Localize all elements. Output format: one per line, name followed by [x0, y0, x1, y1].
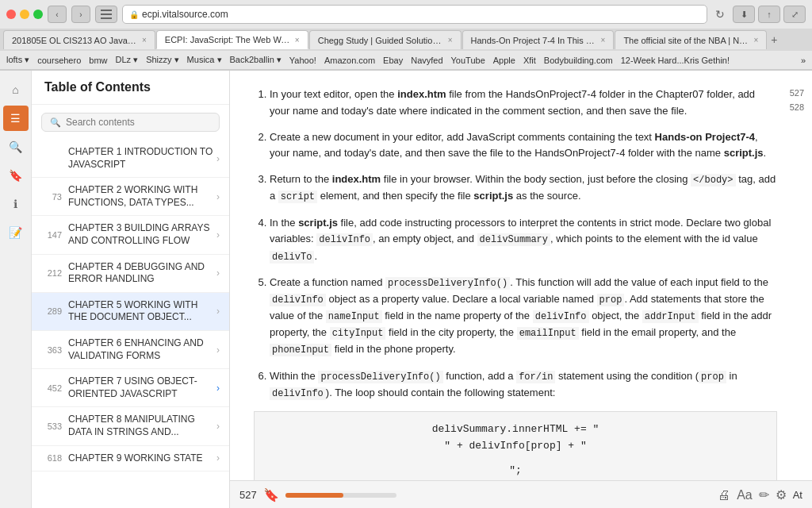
- notes-nav-button[interactable]: 📝: [3, 220, 29, 245]
- bookmark-apple[interactable]: Apple: [493, 56, 515, 65]
- toc-arrow-icon: ›: [216, 421, 220, 432]
- home-nav-button[interactable]: ⌂: [3, 77, 29, 102]
- search-icon: 🔍: [50, 117, 61, 128]
- code-text: processDeliveryInfo(): [385, 277, 510, 290]
- bookmark-musica[interactable]: Musica ▾: [187, 55, 222, 65]
- traffic-lights: [6, 10, 43, 19]
- toc-arrow-icon: ›: [216, 229, 220, 241]
- bookmark-nav-button[interactable]: 🔖: [3, 163, 29, 188]
- toc-page-num: 618: [38, 453, 62, 463]
- toc-chapter-label: CHAPTER 4 DEBUGGING AND ERROR HANDLING: [68, 261, 213, 286]
- toc-nav-button[interactable]: ☰: [3, 106, 29, 131]
- maximize-traffic-light[interactable]: [33, 10, 43, 19]
- bookmark-navyfed[interactable]: Navyfed: [411, 56, 442, 65]
- bold-text: script.js: [473, 190, 513, 202]
- list-item: Within the processDeliveryInfo() functio…: [270, 368, 777, 402]
- toc-chapter-label: CHAPTER 5 WORKING WITH THE DOCUMENT OBJE…: [68, 299, 213, 324]
- tab-4[interactable]: The official site of the NBA | NBA.com ×: [615, 30, 767, 49]
- toc-item[interactable]: 289 CHAPTER 5 WORKING WITH THE DOCUMENT …: [32, 293, 229, 331]
- toc-item[interactable]: CHAPTER 1 INTRODUCTION TO JAVASCRIPT ›: [32, 140, 229, 178]
- bookmark-page-button[interactable]: 🔖: [263, 487, 279, 502]
- content-scroll[interactable]: 527528 In your text editor, open the ind…: [230, 71, 812, 480]
- code-text: prop: [699, 371, 726, 383]
- bookmark-yahoo[interactable]: Yahoo!: [289, 56, 316, 65]
- code-text: script: [278, 190, 317, 203]
- bookmark-xfit[interactable]: Xfit: [523, 56, 536, 65]
- reload-button[interactable]: ↻: [712, 8, 728, 21]
- toc-item[interactable]: 533 CHAPTER 8 MANIPULATING DATA IN STRIN…: [32, 407, 229, 445]
- new-tab-button[interactable]: +: [768, 33, 780, 46]
- toc-item[interactable]: 73 CHAPTER 2 WORKING WITH FUNCTIONS, DAT…: [32, 178, 229, 216]
- content-list: In your text editor, open the index.htm …: [254, 87, 777, 480]
- bookmark-bodybuilding[interactable]: Bodybuilding.com: [544, 56, 613, 65]
- code-text: delivTo: [270, 251, 314, 264]
- bookmarks-bar: lofts ▾ coursehero bmw DLz ▾ Shizzy ▾ Mu…: [0, 51, 812, 70]
- search-box[interactable]: 🔍: [41, 113, 220, 132]
- at-label: At: [793, 489, 802, 501]
- code-text: delivInfo: [270, 387, 326, 400]
- toc-item[interactable]: 147 CHAPTER 3 BUILDING ARRAYS AND CONTRO…: [32, 216, 229, 254]
- bold-text: index.htm: [397, 88, 446, 100]
- progress-bar-fill: [285, 493, 343, 498]
- toc-item[interactable]: 212 CHAPTER 4 DEBUGGING AND ERROR HANDLI…: [32, 255, 229, 293]
- download-button[interactable]: ⬇: [733, 6, 755, 23]
- tab-3[interactable]: Hands-On Project 7-4 In This Project,...…: [462, 30, 615, 49]
- bookmark-shizzy[interactable]: Shizzy ▾: [146, 55, 178, 65]
- tab-close-0[interactable]: ×: [142, 36, 147, 44]
- code-text: phoneInput: [270, 344, 331, 356]
- highlight-button[interactable]: ✏: [759, 487, 769, 502]
- font-size-button[interactable]: Aa: [737, 488, 753, 502]
- toc-arrow-icon: ›: [216, 267, 220, 279]
- page-numbers: 527528: [790, 87, 804, 114]
- bookmark-coursehero[interactable]: coursehero: [37, 56, 81, 65]
- toc-list: CHAPTER 1 INTRODUCTION TO JAVASCRIPT › 7…: [32, 140, 229, 508]
- address-bar[interactable]: 🔒 ecpi.vitalsource.com: [122, 5, 707, 24]
- tab-close-4[interactable]: ×: [753, 36, 758, 44]
- close-traffic-light[interactable]: [6, 10, 16, 19]
- toc-item[interactable]: 363 CHAPTER 6 ENHANCING AND VALIDATING F…: [32, 331, 229, 369]
- bold-text: Hands-on Project7-4: [655, 131, 755, 143]
- bookmark-lofts[interactable]: lofts ▾: [6, 55, 29, 65]
- bookmark-youtube[interactable]: YouTube: [451, 56, 485, 65]
- toc-chapter-label: CHAPTER 9 WORKING STATE: [68, 452, 213, 465]
- fullscreen-button[interactable]: ⤢: [783, 6, 806, 23]
- bookmark-dlz[interactable]: DLz ▾: [116, 55, 139, 65]
- toc-page-num: 289: [38, 306, 62, 316]
- tab-0[interactable]: 201805E OL CIS213 AO Javascript F. Fis..…: [3, 30, 155, 49]
- bold-text: script.js: [298, 217, 338, 229]
- toc-item[interactable]: 618 CHAPTER 9 WORKING STATE ›: [32, 446, 229, 472]
- tab-2[interactable]: Chegg Study | Guided Solutions and St...…: [309, 30, 462, 49]
- toc-page-num: 533: [38, 421, 62, 431]
- toc-arrow-icon: ›: [216, 452, 220, 464]
- search-nav-button[interactable]: 🔍: [3, 134, 29, 160]
- bookmark-12week[interactable]: 12-Week Hard...Kris Gethin!: [621, 56, 730, 65]
- toc-chapter-label: CHAPTER 2 WORKING WITH FUNCTIONS, DATA T…: [68, 184, 213, 209]
- bookmark-bmw[interactable]: bmw: [89, 56, 107, 65]
- page-number-label: 527: [239, 489, 257, 501]
- back-button[interactable]: ‹: [48, 6, 67, 23]
- print-button[interactable]: 🖨: [718, 488, 730, 502]
- bookmark-amazon[interactable]: Amazon.com: [324, 56, 375, 65]
- sidebar-header: Table of Contents: [32, 71, 229, 105]
- settings-button[interactable]: ⚙: [776, 487, 787, 502]
- forward-button[interactable]: ›: [71, 6, 90, 23]
- tab-close-2[interactable]: ×: [448, 36, 453, 44]
- sidebar-toggle-button[interactable]: [95, 6, 117, 23]
- tab-close-3[interactable]: ×: [601, 36, 606, 44]
- svg-rect-2: [101, 17, 112, 19]
- minimize-traffic-light[interactable]: [20, 10, 29, 19]
- toc-item[interactable]: 452 CHAPTER 7 USING OBJECT-ORIENTED JAVA…: [32, 369, 229, 407]
- bookmark-back2ballin[interactable]: Back2ballin ▾: [230, 55, 282, 65]
- nav-icons-column: ⌂ ☰ 🔍 🔖 ℹ 📝: [0, 71, 32, 508]
- search-input[interactable]: [66, 117, 211, 128]
- code-text: for/in: [516, 371, 555, 383]
- tab-close-1[interactable]: ×: [295, 36, 300, 44]
- share-button[interactable]: ↑: [758, 6, 780, 23]
- sidebar-icon: [101, 10, 112, 19]
- bottom-bar: 527 🔖 🖨 Aa ✏ ⚙ At: [230, 480, 812, 508]
- toc-arrow-icon: ›: [216, 191, 220, 202]
- info-nav-button[interactable]: ℹ: [3, 191, 29, 217]
- bookmarks-more-button[interactable]: »: [801, 56, 806, 65]
- bookmark-ebay[interactable]: Ebay: [383, 56, 403, 65]
- tab-1[interactable]: ECPI: JavaScript: The Web Warrior Series…: [156, 30, 308, 49]
